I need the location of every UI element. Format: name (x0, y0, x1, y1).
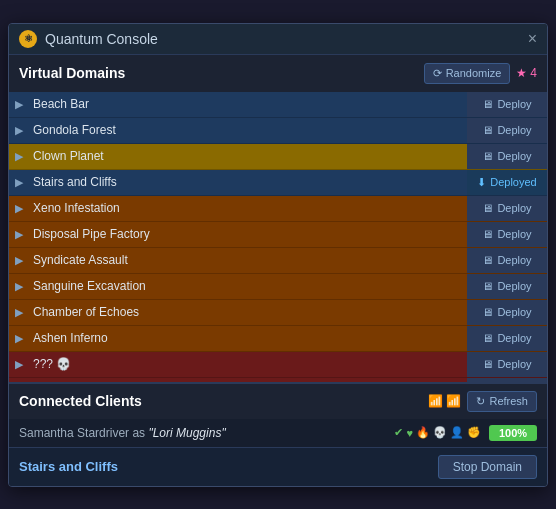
domain-name: Clown Planet (29, 149, 467, 163)
randomize-icon: ⟳ (433, 67, 442, 80)
deploy-icon: 🖥 (482, 150, 493, 162)
row-expand-icon: ▶ (9, 150, 29, 163)
domain-name: Beach Bar (29, 97, 467, 111)
clients-controls: 📶 📶 ↻ Refresh (428, 391, 537, 412)
connected-clients-title: Connected Clients (19, 393, 142, 409)
deploy-button[interactable]: 🖥 Deploy (467, 326, 547, 351)
player-name: Samantha Stardriver (19, 426, 129, 440)
randomize-button[interactable]: ⟳ Randomize (424, 63, 511, 84)
title-bar: ⚛ Quantum Console × (9, 24, 547, 55)
domain-row-deployed[interactable]: ▶ Stairs and Cliffs ⬇ Deployed (9, 170, 547, 196)
checkmark-icon: ✔ (394, 426, 403, 439)
domain-row[interactable]: ▶ Disposal Pipe Factory 🖥 Deploy (9, 222, 547, 248)
title-bar-left: ⚛ Quantum Console (19, 30, 158, 48)
client-info: Samantha Stardriver as "Lori Muggins" (19, 426, 386, 440)
row-expand-icon: ▶ (9, 280, 29, 293)
active-domain-name: Stairs and Cliffs (19, 459, 118, 474)
domain-row[interactable]: ▶ Clown Planet 🖥 Deploy (9, 144, 547, 170)
skull-icon: 💀 (56, 357, 71, 371)
deploy-icon: 🖥 (482, 306, 493, 318)
fire-icon: 🔥 (416, 426, 430, 439)
row-expand-icon: ▶ (9, 202, 29, 215)
character-name: "Lori Muggins" (148, 426, 225, 440)
favorites-badge: ★ 4 (516, 66, 537, 80)
row-expand-icon: ▶ (9, 254, 29, 267)
close-button[interactable]: × (528, 31, 537, 47)
connected-clients-header: Connected Clients 📶 📶 ↻ Refresh (9, 382, 547, 419)
deploy-icon: 🖥 (482, 358, 493, 370)
refresh-button[interactable]: ↻ Refresh (467, 391, 537, 412)
skull-small-icon: 💀 (433, 426, 447, 439)
deploy-button[interactable]: 🖥 Deploy (467, 196, 547, 221)
deploy-icon: 🖥 (482, 98, 493, 110)
deploy-button[interactable]: 🖥 Deploy (467, 222, 547, 247)
deploy-icon: 🖥 (482, 202, 493, 214)
deploy-icon: 🖥 (482, 124, 493, 136)
domain-name: Sanguine Excavation (29, 279, 467, 293)
handcuffs-icon: ✊ (467, 426, 481, 439)
app-icon: ⚛ (19, 30, 37, 48)
heart-icon: ♥ (406, 427, 413, 439)
deploy-icon: 🖥 (482, 280, 493, 292)
deploy-icon: 🖥 (482, 228, 493, 240)
deploy-icon: 🖥 (482, 332, 493, 344)
domain-name: Chamber of Echoes (29, 305, 467, 319)
domain-name: ??? 💀 (29, 357, 467, 371)
stop-domain-button[interactable]: Stop Domain (438, 455, 537, 479)
domain-name: Stairs and Cliffs (29, 175, 467, 189)
virtual-domains-title: Virtual Domains (19, 65, 125, 81)
star-icon: ★ (516, 66, 527, 80)
domain-name: Syndicate Assault (29, 253, 467, 267)
row-expand-icon: ▶ (9, 124, 29, 137)
domain-row[interactable]: ▶ Xeno Infestation 🖥 Deploy (9, 196, 547, 222)
deploy-button[interactable]: 🖥 Deploy (467, 300, 547, 325)
row-expand-icon: ▶ (9, 98, 29, 111)
quantum-console-window: ⚛ Quantum Console × Virtual Domains ⟳ Ra… (8, 23, 548, 487)
virtual-domains-controls: ⟳ Randomize ★ 4 (424, 63, 537, 84)
row-expand-icon: ▶ (9, 358, 29, 371)
row-expand-icon: ▶ (9, 332, 29, 345)
client-as-text: as (132, 426, 148, 440)
domain-row[interactable]: ▶ Sanguine Excavation 🖥 Deploy (9, 274, 547, 300)
client-status-icons: ✔ ♥ 🔥 💀 👤 ✊ (394, 426, 481, 439)
deployed-button[interactable]: ⬇ Deployed (467, 170, 547, 195)
deploy-icon: 🖥 (482, 254, 493, 266)
signal-icon: 📶 📶 (428, 394, 461, 408)
footer: Stairs and Cliffs Stop Domain (9, 447, 547, 486)
domain-row[interactable]: ▶ Chamber of Echoes 🖥 Deploy (9, 300, 547, 326)
deploy-button[interactable]: 🖥 Deploy (467, 352, 547, 377)
domain-name: Disposal Pipe Factory (29, 227, 467, 241)
row-expand-icon: ▶ (9, 228, 29, 241)
deploy-button[interactable]: 🖥 Deploy (467, 118, 547, 143)
deploy-button[interactable]: 🖥 De... (467, 378, 547, 382)
deploy-button[interactable]: 🖥 Deploy (467, 248, 547, 273)
client-row: Samantha Stardriver as "Lori Muggins" ✔ … (9, 419, 547, 447)
domain-row[interactable]: ▶ Ashen Inferno 🖥 Deploy (9, 326, 547, 352)
domain-name: Xeno Infestation (29, 201, 467, 215)
domain-row[interactable]: ▶ Beach Bar 🖥 Deploy (9, 92, 547, 118)
domain-name: Gondola Forest (29, 123, 467, 137)
row-expand-icon: ▶ (9, 306, 29, 319)
virtual-domains-header: Virtual Domains ⟳ Randomize ★ 4 (9, 55, 547, 92)
domain-row[interactable]: ▶ Syndicate Assault 🖥 Deploy (9, 248, 547, 274)
person-icon: 👤 (450, 426, 464, 439)
window-title: Quantum Console (45, 31, 158, 47)
health-bar: 100% (489, 425, 537, 441)
domain-name: Ashen Inferno (29, 331, 467, 345)
row-expand-icon: ▶ (9, 176, 29, 189)
deploy-button[interactable]: 🖥 Deploy (467, 92, 547, 117)
domain-row[interactable]: ▶ Gondola Forest 🖥 Deploy (9, 118, 547, 144)
deployed-icon: ⬇ (477, 176, 486, 189)
refresh-icon: ↻ (476, 395, 485, 408)
domains-list[interactable]: ▶ Beach Bar 🖥 Deploy ▶ Gondola Forest 🖥 … (9, 92, 547, 382)
deploy-button[interactable]: 🖥 Deploy (467, 274, 547, 299)
domain-row-unknown[interactable]: ▶ ??? 💀 🖥 Deploy (9, 352, 547, 378)
deploy-button[interactable]: 🖥 Deploy (467, 144, 547, 169)
